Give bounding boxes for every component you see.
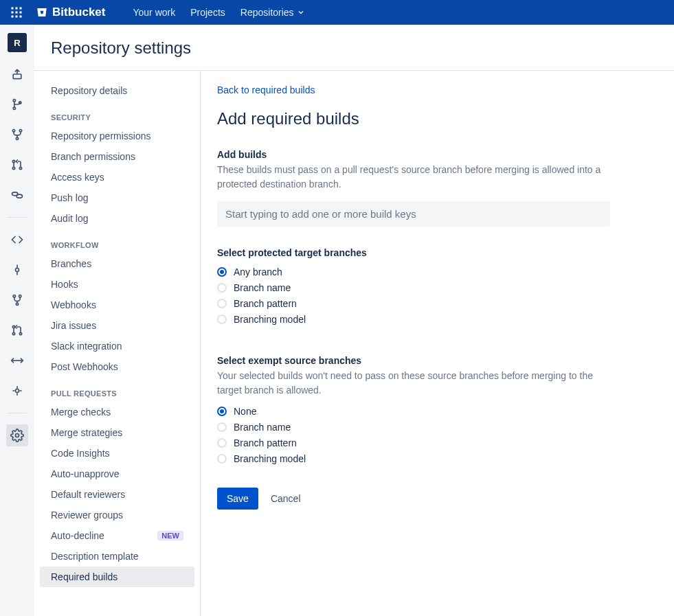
svg-point-16 — [12, 160, 14, 162]
build-keys-input[interactable]: Start typing to add one or more build ke… — [217, 201, 610, 227]
radio-label: Branch pattern — [234, 437, 297, 448]
sidebar-item-required-builds[interactable]: Required builds — [40, 567, 194, 587]
split-pane: Repository details SECURITY Repository p… — [34, 70, 674, 616]
radio-label: None — [234, 406, 256, 417]
rail-pr-icon[interactable] — [6, 319, 28, 341]
content-area: Repository settings Repository details S… — [34, 25, 674, 616]
nav-repositories[interactable]: Repositories — [240, 7, 305, 18]
radio-target-any[interactable]: Any branch — [217, 266, 610, 277]
radio-icon — [217, 454, 227, 464]
save-button[interactable]: Save — [217, 488, 258, 510]
sidebar-item-audit-log[interactable]: Audit log — [40, 208, 194, 229]
radio-exempt-branch-pattern[interactable]: Branch pattern — [217, 437, 610, 448]
sidebar-item-branch-permissions[interactable]: Branch permissions — [40, 146, 194, 167]
main-title: Add required builds — [217, 109, 610, 128]
svg-point-31 — [16, 389, 19, 393]
exempt-radio-list: None Branch name Branch pattern Branchin… — [217, 406, 610, 464]
svg-rect-5 — [20, 12, 22, 14]
radio-icon — [217, 299, 227, 308]
radio-icon — [217, 422, 227, 432]
radio-label: Branch name — [234, 422, 291, 433]
radio-exempt-branch-name[interactable]: Branch name — [217, 422, 610, 433]
rail-divider — [8, 217, 27, 218]
brand-text: Bitbucket — [52, 5, 105, 19]
svg-rect-4 — [16, 12, 18, 14]
rail-commits-icon[interactable] — [6, 259, 28, 281]
rail-pullrequest-icon[interactable] — [6, 154, 28, 176]
new-badge: NEW — [157, 531, 183, 540]
radio-exempt-none[interactable]: None — [217, 406, 610, 417]
chevron-down-icon — [297, 8, 305, 16]
sidebar-item-hooks[interactable]: Hooks — [40, 274, 194, 295]
radio-label: Branching model — [234, 453, 306, 464]
sidebar-section-workflow: WORKFLOW — [40, 229, 194, 253]
exempt-branches-section: Select exempt source branches Your selec… — [217, 355, 610, 464]
svg-rect-1 — [16, 8, 18, 10]
svg-point-10 — [13, 100, 15, 102]
rail-divider-2 — [8, 413, 27, 413]
svg-rect-9 — [13, 74, 21, 79]
brand-logo[interactable]: Bitbucket — [36, 5, 105, 19]
sidebar-item-code-insights[interactable]: Code Insights — [40, 443, 194, 464]
svg-point-20 — [16, 194, 22, 198]
sidebar-item-merge-checks[interactable]: Merge checks — [40, 402, 194, 422]
svg-point-15 — [16, 137, 18, 139]
apps-switcher-icon[interactable] — [8, 4, 25, 21]
sidebar-item-push-log[interactable]: Push log — [40, 187, 194, 208]
nav-your-work[interactable]: Your work — [133, 7, 175, 18]
rail-fork-icon[interactable] — [6, 124, 28, 146]
radio-label: Branch name — [234, 282, 291, 293]
svg-point-24 — [13, 295, 15, 297]
cancel-button[interactable]: Cancel — [271, 493, 301, 504]
settings-sidebar: Repository details SECURITY Repository p… — [34, 71, 201, 616]
svg-point-17 — [12, 167, 14, 169]
sidebar-item-auto-decline[interactable]: Auto-decline NEW — [40, 525, 194, 546]
radio-target-branch-pattern[interactable]: Branch pattern — [217, 298, 610, 309]
radio-icon — [217, 283, 227, 293]
sidebar-item-merge-strategies[interactable]: Merge strategies — [40, 422, 194, 443]
rail-compare-icon[interactable] — [6, 350, 28, 372]
radio-label: Branch pattern — [234, 298, 297, 309]
rail-settings-icon[interactable] — [6, 424, 28, 446]
sidebar-item-description-template[interactable]: Description template — [40, 546, 194, 567]
target-heading: Select protected target branches — [217, 247, 610, 258]
bitbucket-icon — [36, 6, 48, 19]
svg-point-29 — [19, 332, 21, 334]
svg-point-13 — [12, 130, 14, 132]
sidebar-item-branches[interactable]: Branches — [40, 253, 194, 274]
sidebar-item-repo-details[interactable]: Repository details — [40, 80, 194, 101]
target-radio-list: Any branch Branch name Branch pattern Br… — [217, 266, 610, 325]
radio-target-branch-name[interactable]: Branch name — [217, 282, 610, 293]
sidebar-item-jira-issues[interactable]: Jira issues — [40, 315, 194, 336]
sidebar-item-reviewer-groups[interactable]: Reviewer groups — [40, 505, 194, 525]
back-link[interactable]: Back to required builds — [217, 84, 315, 95]
radio-icon — [217, 438, 227, 448]
sidebar-item-slack-integration[interactable]: Slack integration — [40, 336, 194, 356]
radio-target-branching-model[interactable]: Branching model — [217, 314, 610, 325]
project-avatar[interactable]: R — [8, 33, 27, 52]
rail-coins-icon[interactable] — [6, 184, 28, 206]
sidebar-item-access-keys[interactable]: Access keys — [40, 167, 194, 187]
topbar: Bitbucket Your work Projects Repositorie… — [0, 0, 674, 25]
add-builds-section: Add builds These builds must pass on a p… — [217, 149, 610, 227]
radio-exempt-branching-model[interactable]: Branching model — [217, 453, 610, 464]
svg-point-32 — [16, 434, 19, 437]
rail-clone-icon[interactable] — [6, 63, 28, 85]
svg-point-25 — [19, 295, 21, 297]
sidebar-item-post-webhooks[interactable]: Post Webhooks — [40, 356, 194, 377]
sidebar-item-auto-unapprove[interactable]: Auto-unapprove — [40, 464, 194, 484]
nav-projects[interactable]: Projects — [190, 7, 225, 18]
rail-builds-icon[interactable] — [6, 380, 28, 402]
sidebar-item-default-reviewers[interactable]: Default reviewers — [40, 484, 194, 505]
radio-icon — [217, 315, 227, 324]
svg-point-14 — [19, 130, 21, 132]
exempt-desc: Your selected builds won't need to pass … — [217, 369, 610, 398]
form-actions: Save Cancel — [217, 488, 610, 510]
sidebar-item-repo-permissions[interactable]: Repository permissions — [40, 126, 194, 146]
nav-repositories-label: Repositories — [240, 7, 294, 18]
rail-branches-icon[interactable] — [6, 289, 28, 311]
rail-branch-icon[interactable] — [6, 93, 28, 115]
rail-source-icon[interactable] — [6, 229, 28, 251]
layout: R — [0, 25, 674, 616]
sidebar-item-webhooks[interactable]: Webhooks — [40, 295, 194, 315]
